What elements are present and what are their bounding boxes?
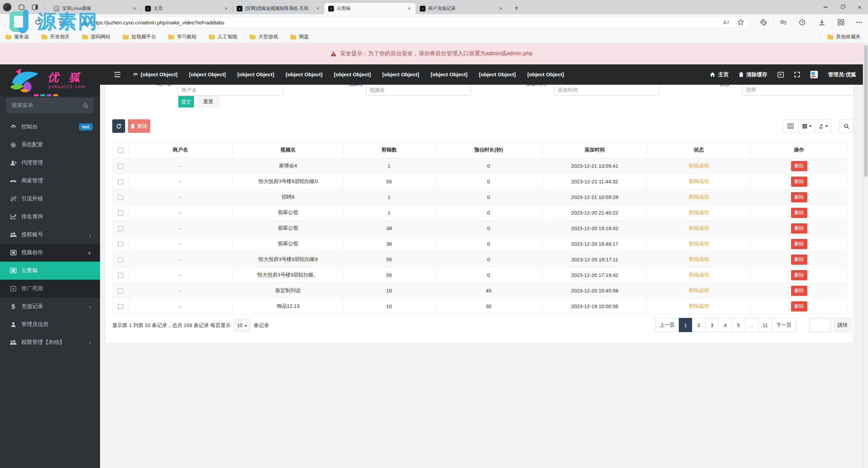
bookmark-folder[interactable]: 短视频平台 <box>123 34 156 40</box>
col-duration[interactable]: 预估时长(秒) <box>435 142 543 158</box>
sidebar-item-agent-management[interactable]: 代理管理 <box>0 154 100 172</box>
delete-row-button[interactable]: 删除 <box>791 301 807 311</box>
tab-close-icon[interactable]: ✕ <box>498 5 504 12</box>
delete-selected-button[interactable]: 删除 <box>128 119 150 133</box>
page-size-select[interactable]: 10 <box>234 319 250 331</box>
clear-cache-button[interactable]: 清除缓存 <box>739 71 767 78</box>
admin-name[interactable]: 管理员:优狐 <box>828 71 856 78</box>
extensions-icon[interactable] <box>760 19 767 26</box>
delete-row-button[interactable]: 删除 <box>791 239 807 249</box>
video-name-input[interactable] <box>366 85 471 96</box>
delete-row-button[interactable]: 删除 <box>791 223 807 233</box>
topnav-item[interactable]: [object Object] <box>237 72 274 78</box>
topnav-item[interactable]: [object Object] <box>334 72 371 78</box>
bookmark-folder[interactable]: 开发相关 <box>41 34 70 40</box>
bookmark-folder[interactable]: 源码网站 <box>82 34 111 40</box>
topnav-item[interactable]: [object Object] <box>431 72 468 78</box>
tab-close-icon[interactable]: ✕ <box>132 5 138 12</box>
merchant-name-input[interactable] <box>178 85 283 96</box>
row-checkbox[interactable] <box>118 179 123 184</box>
topnav-item[interactable]: [object Object] <box>382 72 419 78</box>
url-text[interactable]: https://juzhen.cyvo.cn/admin.php/make_vi… <box>92 20 714 25</box>
browser-tab[interactable]: ♪ [官网]优狐短视频矩阵系统-互联 ✕ <box>233 3 324 14</box>
browser-tab[interactable]: ♪ 云剪辑 ✕ <box>324 3 416 14</box>
browser-tab[interactable]: ♪ 宝塔Linux面板 ✕ <box>50 3 141 14</box>
topnav-item[interactable]: [object Object] <box>189 72 226 78</box>
sidebar-item-merchant-management[interactable]: 商家管理 <box>0 172 100 190</box>
page-button[interactable]: 5 <box>732 318 745 332</box>
col-video-name[interactable]: 视频名 <box>233 142 344 158</box>
new-tab-button[interactable]: + <box>511 3 521 13</box>
row-checkbox[interactable] <box>118 257 123 262</box>
submit-button[interactable]: 提交 <box>178 96 194 107</box>
row-checkbox[interactable] <box>118 226 123 231</box>
sidebar-item-admin-info[interactable]: 管理员信息 <box>0 316 100 333</box>
delete-row-button[interactable]: 删除 <box>791 286 807 296</box>
card-view-button[interactable] <box>782 119 799 133</box>
jump-page-input[interactable] <box>809 318 831 332</box>
col-status[interactable]: 状态 <box>647 142 751 158</box>
delete-row-button[interactable]: 删除 <box>791 255 807 265</box>
table-search-button[interactable] <box>839 119 853 133</box>
fullscreen-icon[interactable] <box>794 72 800 78</box>
tab-close-icon[interactable]: ✕ <box>223 5 229 12</box>
row-checkbox[interactable] <box>118 304 123 309</box>
favorites-list-icon[interactable] <box>780 19 787 26</box>
downloads-icon[interactable] <box>818 19 825 26</box>
sidebar-item-external-links[interactable]: 引流外链 <box>0 190 100 208</box>
browser-menu-icon[interactable] <box>856 19 863 26</box>
topnav-item[interactable]: [object Object] <box>286 72 323 78</box>
bookmark-folder[interactable]: 大型游戏 <box>250 34 278 40</box>
topnav-item[interactable]: [object Object] <box>527 72 564 78</box>
page-button[interactable]: 上一页 <box>655 318 679 332</box>
col-add-time[interactable]: 添加时间 <box>543 142 647 158</box>
page-button[interactable]: 2 <box>692 318 706 332</box>
app-logo-block[interactable]: 优狐 yohool23.com <box>0 64 100 96</box>
browser-tab[interactable]: ♪ 商户充值记录 ✕ <box>416 3 507 14</box>
row-checkbox[interactable] <box>118 210 123 216</box>
bookmark-folder[interactable]: 网盘 <box>290 34 309 40</box>
sidebar-item-authorized-accounts[interactable]: 授权账号 ‹ <box>0 226 100 244</box>
sidebar-item-console[interactable]: 控制台 hot <box>0 118 100 136</box>
delete-row-button[interactable]: 删除 <box>791 161 807 171</box>
tab-close-icon[interactable]: ✕ <box>315 5 321 12</box>
favorite-star-icon[interactable] <box>737 19 744 26</box>
page-scrollbar[interactable] <box>863 43 868 468</box>
collections-icon[interactable] <box>837 19 844 26</box>
select-all-checkbox[interactable] <box>118 148 123 153</box>
other-bookmarks[interactable]: 其他收藏夹 <box>820 33 861 41</box>
status-select[interactable]: 选择 <box>742 85 854 96</box>
page-button[interactable]: 1 <box>679 318 692 332</box>
sidebar-toggle-icon[interactable] <box>114 72 120 77</box>
sidebar-item-ranking-query[interactable]: 排名查询 <box>0 208 100 226</box>
row-checkbox[interactable] <box>118 288 123 293</box>
add-time-input[interactable] <box>554 85 659 96</box>
row-checkbox[interactable] <box>118 164 123 169</box>
tab-close-icon[interactable]: ✕ <box>406 5 412 12</box>
language-card-icon[interactable] <box>777 72 784 78</box>
address-bar[interactable]: https://juzhen.cyvo.cn/admin.php/make_vi… <box>77 17 750 28</box>
page-button[interactable]: 11 <box>758 318 772 332</box>
lock-icon[interactable] <box>83 20 87 25</box>
bookmark-folder[interactable]: 人工智能 <box>209 34 237 40</box>
delete-row-button[interactable]: 删除 <box>791 192 807 202</box>
delete-row-button[interactable]: 删除 <box>791 270 807 280</box>
refresh-button[interactable] <box>112 119 125 133</box>
page-button[interactable]: 4 <box>718 318 732 332</box>
window-restore-button[interactable] <box>834 0 851 14</box>
tab-search-panel-icon[interactable] <box>31 3 39 11</box>
window-minimize-button[interactable] <box>817 0 834 14</box>
history-icon[interactable] <box>799 19 806 26</box>
col-merchant-name[interactable]: 商户名 <box>129 142 233 158</box>
sidebar-item-video-creation[interactable]: 视频创作 ∨ <box>0 244 100 262</box>
delete-row-button[interactable]: 删除 <box>791 177 807 187</box>
browser-profile-avatar[interactable] <box>3 3 12 12</box>
page-button[interactable]: 下一页 <box>772 318 796 332</box>
admin-avatar[interactable] <box>810 71 818 78</box>
row-checkbox[interactable] <box>118 273 123 278</box>
refresh-icon[interactable] <box>35 19 41 26</box>
jump-button[interactable]: 跳转 <box>834 318 851 332</box>
row-checkbox[interactable] <box>118 195 123 200</box>
page-button[interactable]: 3 <box>705 318 719 332</box>
sidebar-item-promo-video[interactable]: 推广视频 <box>0 280 100 298</box>
